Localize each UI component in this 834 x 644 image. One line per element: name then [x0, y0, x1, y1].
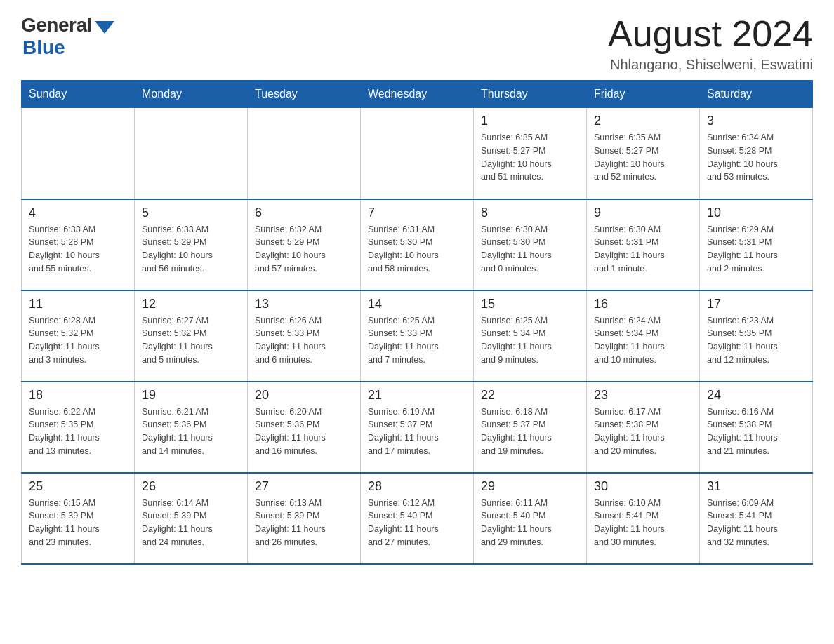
- day-number: 16: [594, 297, 692, 311]
- day-number: 17: [707, 297, 805, 311]
- day-info: Sunrise: 6:31 AMSunset: 5:30 PMDaylight:…: [368, 223, 466, 276]
- logo-arrow-icon: [95, 21, 114, 34]
- month-title: August 2024: [608, 14, 813, 54]
- logo-general-text: General: [21, 14, 92, 36]
- day-info: Sunrise: 6:23 AMSunset: 5:35 PMDaylight:…: [707, 314, 805, 367]
- calendar-cell: 11Sunrise: 6:28 AMSunset: 5:32 PMDayligh…: [22, 290, 135, 382]
- day-number: 18: [29, 388, 127, 403]
- day-number: 24: [707, 388, 805, 403]
- calendar-header-friday: Friday: [587, 81, 700, 108]
- calendar-header-tuesday: Tuesday: [248, 81, 361, 108]
- calendar-cell: 27Sunrise: 6:13 AMSunset: 5:39 PMDayligh…: [248, 473, 361, 564]
- calendar-header-row: SundayMondayTuesdayWednesdayThursdayFrid…: [22, 81, 813, 108]
- day-number: 1: [481, 114, 579, 128]
- calendar-week-row: 4Sunrise: 6:33 AMSunset: 5:28 PMDaylight…: [22, 199, 813, 290]
- calendar-cell: 6Sunrise: 6:32 AMSunset: 5:29 PMDaylight…: [248, 199, 361, 290]
- calendar-cell: 17Sunrise: 6:23 AMSunset: 5:35 PMDayligh…: [700, 290, 813, 382]
- calendar-cell: 3Sunrise: 6:34 AMSunset: 5:28 PMDaylight…: [700, 108, 813, 199]
- day-number: 19: [142, 388, 240, 403]
- day-info: Sunrise: 6:28 AMSunset: 5:32 PMDaylight:…: [29, 314, 127, 367]
- calendar-cell: 2Sunrise: 6:35 AMSunset: 5:27 PMDaylight…: [587, 108, 700, 199]
- calendar-cell: 9Sunrise: 6:30 AMSunset: 5:31 PMDaylight…: [587, 199, 700, 290]
- calendar-cell: 16Sunrise: 6:24 AMSunset: 5:34 PMDayligh…: [587, 290, 700, 382]
- day-info: Sunrise: 6:20 AMSunset: 5:36 PMDaylight:…: [255, 405, 353, 458]
- calendar-cell: 29Sunrise: 6:11 AMSunset: 5:40 PMDayligh…: [474, 473, 587, 564]
- day-info: Sunrise: 6:24 AMSunset: 5:34 PMDaylight:…: [594, 314, 692, 367]
- day-number: 12: [142, 297, 240, 311]
- day-number: 13: [255, 297, 353, 311]
- calendar-cell: 7Sunrise: 6:31 AMSunset: 5:30 PMDaylight…: [361, 199, 474, 290]
- calendar-header-sunday: Sunday: [22, 81, 135, 108]
- day-info: Sunrise: 6:16 AMSunset: 5:38 PMDaylight:…: [707, 405, 805, 458]
- day-number: 3: [707, 114, 805, 128]
- day-info: Sunrise: 6:35 AMSunset: 5:27 PMDaylight:…: [594, 131, 692, 184]
- day-info: Sunrise: 6:13 AMSunset: 5:39 PMDaylight:…: [255, 497, 353, 549]
- calendar-cell: 13Sunrise: 6:26 AMSunset: 5:33 PMDayligh…: [248, 290, 361, 382]
- calendar-cell: 30Sunrise: 6:10 AMSunset: 5:41 PMDayligh…: [587, 473, 700, 564]
- day-info: Sunrise: 6:30 AMSunset: 5:30 PMDaylight:…: [481, 223, 579, 276]
- day-info: Sunrise: 6:35 AMSunset: 5:27 PMDaylight:…: [481, 131, 579, 184]
- calendar-week-row: 11Sunrise: 6:28 AMSunset: 5:32 PMDayligh…: [22, 290, 813, 382]
- calendar-cell: 8Sunrise: 6:30 AMSunset: 5:30 PMDaylight…: [474, 199, 587, 290]
- day-info: Sunrise: 6:19 AMSunset: 5:37 PMDaylight:…: [368, 405, 466, 458]
- title-section: August 2024 Nhlangano, Shiselweni, Eswat…: [608, 14, 813, 73]
- day-number: 23: [594, 388, 692, 403]
- day-info: Sunrise: 6:14 AMSunset: 5:39 PMDaylight:…: [142, 497, 240, 549]
- day-info: Sunrise: 6:33 AMSunset: 5:28 PMDaylight:…: [29, 223, 127, 276]
- calendar-cell: [135, 108, 248, 199]
- day-number: 27: [255, 479, 353, 494]
- calendar-week-row: 18Sunrise: 6:22 AMSunset: 5:35 PMDayligh…: [22, 382, 813, 473]
- day-number: 9: [594, 206, 692, 220]
- calendar-cell: 28Sunrise: 6:12 AMSunset: 5:40 PMDayligh…: [361, 473, 474, 564]
- logo-blue-text: Blue: [22, 36, 65, 59]
- day-info: Sunrise: 6:29 AMSunset: 5:31 PMDaylight:…: [707, 223, 805, 276]
- page-header: General Blue August 2024 Nhlangano, Shis…: [21, 14, 813, 73]
- day-number: 11: [29, 297, 127, 311]
- day-info: Sunrise: 6:12 AMSunset: 5:40 PMDaylight:…: [368, 497, 466, 549]
- calendar-cell: 4Sunrise: 6:33 AMSunset: 5:28 PMDaylight…: [22, 199, 135, 290]
- calendar-cell: 22Sunrise: 6:18 AMSunset: 5:37 PMDayligh…: [474, 382, 587, 473]
- day-info: Sunrise: 6:09 AMSunset: 5:41 PMDaylight:…: [707, 497, 805, 549]
- calendar-cell: 31Sunrise: 6:09 AMSunset: 5:41 PMDayligh…: [700, 473, 813, 564]
- calendar-cell: 26Sunrise: 6:14 AMSunset: 5:39 PMDayligh…: [135, 473, 248, 564]
- day-number: 29: [481, 479, 579, 494]
- day-info: Sunrise: 6:25 AMSunset: 5:33 PMDaylight:…: [368, 314, 466, 367]
- day-number: 5: [142, 206, 240, 220]
- day-number: 26: [142, 479, 240, 494]
- day-info: Sunrise: 6:26 AMSunset: 5:33 PMDaylight:…: [255, 314, 353, 367]
- day-number: 10: [707, 206, 805, 220]
- calendar-cell: 20Sunrise: 6:20 AMSunset: 5:36 PMDayligh…: [248, 382, 361, 473]
- day-number: 21: [368, 388, 466, 403]
- calendar-cell: 10Sunrise: 6:29 AMSunset: 5:31 PMDayligh…: [700, 199, 813, 290]
- calendar-cell: 14Sunrise: 6:25 AMSunset: 5:33 PMDayligh…: [361, 290, 474, 382]
- day-info: Sunrise: 6:32 AMSunset: 5:29 PMDaylight:…: [255, 223, 353, 276]
- calendar-week-row: 25Sunrise: 6:15 AMSunset: 5:39 PMDayligh…: [22, 473, 813, 564]
- day-info: Sunrise: 6:34 AMSunset: 5:28 PMDaylight:…: [707, 131, 805, 184]
- day-info: Sunrise: 6:33 AMSunset: 5:29 PMDaylight:…: [142, 223, 240, 276]
- calendar-cell: 5Sunrise: 6:33 AMSunset: 5:29 PMDaylight…: [135, 199, 248, 290]
- calendar-cell: 12Sunrise: 6:27 AMSunset: 5:32 PMDayligh…: [135, 290, 248, 382]
- calendar-cell: [248, 108, 361, 199]
- day-info: Sunrise: 6:21 AMSunset: 5:36 PMDaylight:…: [142, 405, 240, 458]
- day-number: 8: [481, 206, 579, 220]
- calendar-cell: 15Sunrise: 6:25 AMSunset: 5:34 PMDayligh…: [474, 290, 587, 382]
- day-number: 31: [707, 479, 805, 494]
- calendar-cell: 18Sunrise: 6:22 AMSunset: 5:35 PMDayligh…: [22, 382, 135, 473]
- day-number: 7: [368, 206, 466, 220]
- calendar-header-wednesday: Wednesday: [361, 81, 474, 108]
- calendar-header-thursday: Thursday: [474, 81, 587, 108]
- day-number: 28: [368, 479, 466, 494]
- day-info: Sunrise: 6:25 AMSunset: 5:34 PMDaylight:…: [481, 314, 579, 367]
- day-info: Sunrise: 6:15 AMSunset: 5:39 PMDaylight:…: [29, 497, 127, 549]
- calendar-table: SundayMondayTuesdayWednesdayThursdayFrid…: [21, 80, 813, 565]
- day-info: Sunrise: 6:30 AMSunset: 5:31 PMDaylight:…: [594, 223, 692, 276]
- day-number: 14: [368, 297, 466, 311]
- calendar-cell: 21Sunrise: 6:19 AMSunset: 5:37 PMDayligh…: [361, 382, 474, 473]
- day-number: 20: [255, 388, 353, 403]
- calendar-cell: 1Sunrise: 6:35 AMSunset: 5:27 PMDaylight…: [474, 108, 587, 199]
- day-info: Sunrise: 6:17 AMSunset: 5:38 PMDaylight:…: [594, 405, 692, 458]
- day-number: 30: [594, 479, 692, 494]
- logo: General Blue: [21, 14, 114, 59]
- calendar-cell: 23Sunrise: 6:17 AMSunset: 5:38 PMDayligh…: [587, 382, 700, 473]
- day-number: 25: [29, 479, 127, 494]
